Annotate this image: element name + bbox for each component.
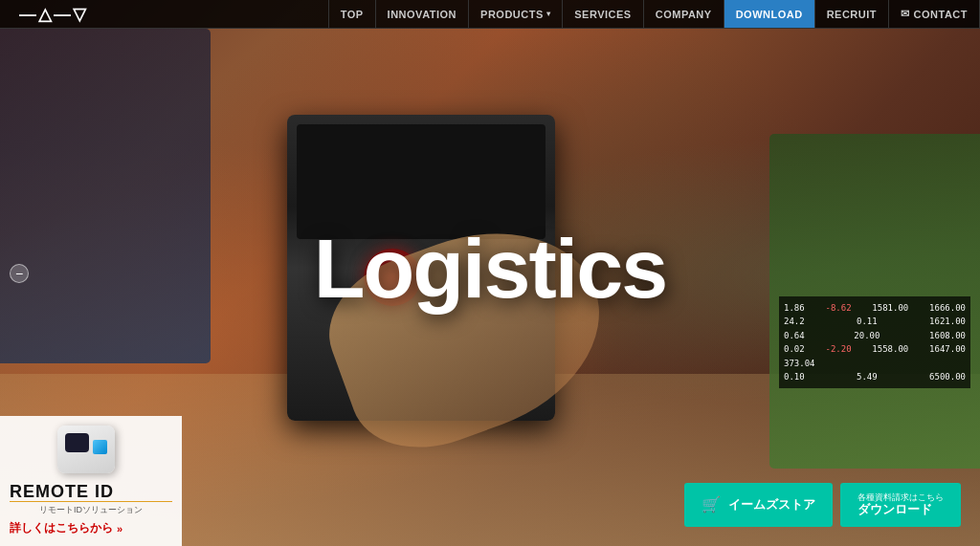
cart-icon: 🛒: [702, 495, 721, 513]
store-button[interactable]: 🛒 イームズストア: [684, 483, 833, 527]
products-dropdown-arrow: ▾: [546, 10, 551, 18]
scroll-indicator[interactable]: −: [10, 264, 29, 283]
nav-item-services[interactable]: SERVICES: [563, 0, 643, 28]
hero-title: Logistics: [314, 219, 666, 317]
product-title: REMOTE ID: [10, 483, 114, 500]
download-button[interactable]: 各種資料請求はこちら ダウンロード: [840, 483, 961, 527]
nav-item-products[interactable]: PRODUCTS ▾: [469, 0, 563, 28]
data-overlay: 1.86 -8.62 1581.00 1666.00 24.2 0.11 162…: [779, 296, 970, 388]
link-arrow-icon: »: [117, 523, 122, 535]
nav-items-container: TOP INNOVATION PRODUCTS ▾ SERVICES COMPA…: [328, 0, 980, 28]
nav-item-company[interactable]: COMPANY: [644, 0, 724, 28]
nav-item-recruit[interactable]: RECRUIT: [815, 0, 889, 28]
download-main-label: ダウンロード: [858, 502, 932, 517]
device-image: [57, 426, 115, 473]
store-label: イームズストア: [728, 497, 815, 513]
product-subtitle: リモートIDソリューション: [10, 501, 172, 516]
nav-item-top[interactable]: TOP: [328, 0, 376, 28]
mail-icon: ✉: [901, 8, 910, 20]
nav-item-innovation[interactable]: INNOVATION: [376, 0, 469, 28]
site-logo: —△—▽: [0, 4, 153, 25]
left-laptop-visual: [0, 29, 211, 363]
main-navigation: —△—▽ TOP INNOVATION PRODUCTS ▾ SERVICES …: [0, 0, 980, 29]
product-image: [57, 426, 124, 478]
download-small-label: 各種資料請求はこちら: [858, 492, 944, 503]
product-card: REMOTE ID リモートIDソリューション 詳しくはこちらから »: [0, 416, 182, 546]
nav-item-contact[interactable]: ✉ CONTACT: [889, 0, 980, 28]
nav-item-download[interactable]: DOWNLOAD: [724, 0, 815, 28]
bottom-actions: 🛒 イームズストア 各種資料請求はこちら ダウンロード: [684, 483, 961, 527]
product-link-button[interactable]: 詳しくはこちらから »: [10, 520, 122, 536]
